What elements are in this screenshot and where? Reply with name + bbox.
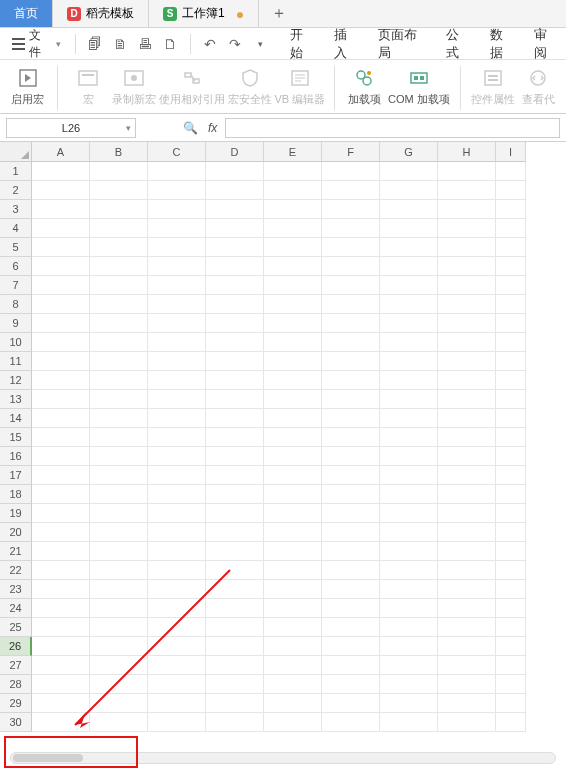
scroll-track[interactable] <box>10 752 556 764</box>
cell[interactable] <box>438 599 496 618</box>
cell[interactable] <box>90 656 148 675</box>
cell[interactable] <box>496 637 526 656</box>
tab-home[interactable]: 首页 <box>0 0 53 27</box>
cell[interactable] <box>380 713 438 732</box>
cell[interactable] <box>380 504 438 523</box>
cell[interactable] <box>90 637 148 656</box>
save-as-icon[interactable]: 🗎 <box>111 34 130 54</box>
cell[interactable] <box>148 542 206 561</box>
cell[interactable] <box>322 276 380 295</box>
scroll-thumb[interactable] <box>13 754 83 762</box>
cell[interactable] <box>32 580 90 599</box>
cell[interactable] <box>380 523 438 542</box>
cell[interactable] <box>90 580 148 599</box>
cell[interactable] <box>148 219 206 238</box>
cell[interactable] <box>206 447 264 466</box>
cell[interactable] <box>90 371 148 390</box>
zoom-icon[interactable]: 🔍 <box>180 118 200 138</box>
cell[interactable] <box>206 276 264 295</box>
cell[interactable] <box>380 219 438 238</box>
row-header[interactable]: 6 <box>0 257 32 276</box>
cell[interactable] <box>496 162 526 181</box>
cell[interactable] <box>380 485 438 504</box>
cell[interactable] <box>438 295 496 314</box>
cell[interactable] <box>496 485 526 504</box>
cell[interactable] <box>206 200 264 219</box>
cell[interactable] <box>148 200 206 219</box>
cell[interactable] <box>438 162 496 181</box>
cell[interactable] <box>206 713 264 732</box>
cell[interactable] <box>322 485 380 504</box>
cell[interactable] <box>206 485 264 504</box>
row-header[interactable]: 21 <box>0 542 32 561</box>
cell[interactable] <box>264 200 322 219</box>
control-props-button[interactable]: 控件属性 <box>471 64 515 107</box>
cell[interactable] <box>380 390 438 409</box>
cell[interactable] <box>148 485 206 504</box>
row-header[interactable]: 30 <box>0 713 32 732</box>
row-header[interactable]: 22 <box>0 561 32 580</box>
cell[interactable] <box>32 656 90 675</box>
cell[interactable] <box>206 580 264 599</box>
cell[interactable] <box>380 181 438 200</box>
column-header[interactable]: B <box>90 142 148 162</box>
cell[interactable] <box>264 257 322 276</box>
cell[interactable] <box>148 428 206 447</box>
cell[interactable] <box>206 314 264 333</box>
cell[interactable] <box>32 276 90 295</box>
cell[interactable] <box>438 219 496 238</box>
row-header[interactable]: 19 <box>0 504 32 523</box>
cell[interactable] <box>438 675 496 694</box>
cell[interactable] <box>90 295 148 314</box>
print-preview-icon[interactable]: 🗋 <box>161 34 180 54</box>
cell[interactable] <box>148 371 206 390</box>
column-header[interactable]: D <box>206 142 264 162</box>
cell[interactable] <box>148 257 206 276</box>
cell[interactable] <box>322 656 380 675</box>
cell[interactable] <box>206 466 264 485</box>
cell[interactable] <box>438 371 496 390</box>
cell[interactable] <box>496 580 526 599</box>
cell[interactable] <box>264 485 322 504</box>
cell[interactable] <box>496 257 526 276</box>
cell[interactable] <box>322 542 380 561</box>
menu-formula[interactable]: 公式 <box>446 26 470 62</box>
cell[interactable] <box>264 466 322 485</box>
cell[interactable] <box>496 713 526 732</box>
cell[interactable] <box>32 162 90 181</box>
cell[interactable] <box>90 181 148 200</box>
cell[interactable] <box>322 219 380 238</box>
cell[interactable] <box>32 181 90 200</box>
cell[interactable] <box>438 352 496 371</box>
cell[interactable] <box>438 637 496 656</box>
cell[interactable] <box>496 200 526 219</box>
name-box[interactable]: L26 ▾ <box>6 118 136 138</box>
cell[interactable] <box>148 656 206 675</box>
menu-pagelayout[interactable]: 页面布局 <box>378 26 426 62</box>
cell[interactable] <box>264 238 322 257</box>
row-header[interactable]: 12 <box>0 371 32 390</box>
cell[interactable] <box>380 333 438 352</box>
cell[interactable] <box>148 466 206 485</box>
cell[interactable] <box>206 618 264 637</box>
cell[interactable] <box>90 618 148 637</box>
cell[interactable] <box>380 276 438 295</box>
macro-button[interactable]: 宏 <box>68 64 107 107</box>
cell[interactable] <box>148 333 206 352</box>
cell[interactable] <box>32 694 90 713</box>
cell[interactable] <box>90 466 148 485</box>
cell[interactable] <box>90 694 148 713</box>
cell[interactable] <box>496 352 526 371</box>
cell[interactable] <box>496 599 526 618</box>
cell[interactable] <box>496 656 526 675</box>
cell[interactable] <box>322 257 380 276</box>
cell[interactable] <box>264 276 322 295</box>
cell[interactable] <box>148 352 206 371</box>
cell[interactable] <box>438 390 496 409</box>
com-addins-button[interactable]: COM 加载项 <box>388 64 450 107</box>
cell[interactable] <box>264 314 322 333</box>
cell[interactable] <box>322 694 380 713</box>
cell[interactable] <box>496 333 526 352</box>
cell[interactable] <box>264 561 322 580</box>
cell[interactable] <box>496 219 526 238</box>
